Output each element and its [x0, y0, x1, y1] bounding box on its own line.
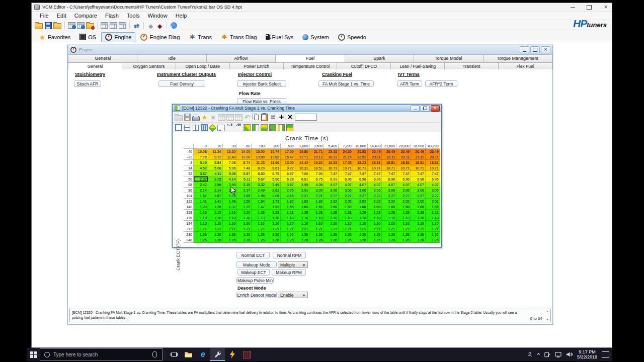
row-header[interactable]: 32 — [184, 171, 194, 176]
sync-icon[interactable] — [133, 22, 140, 30]
table-window-titlebar[interactable]: [ECM] 12320 - Cranking FA Mult Stage 1 v… — [173, 105, 441, 112]
table-cell[interactable]: 2.42 — [194, 182, 208, 188]
table-cell[interactable]: 1.15 — [208, 210, 223, 215]
table-cell[interactable]: 1.64 — [252, 199, 266, 204]
table-cell[interactable]: 1.68 — [426, 204, 440, 210]
table-cell[interactable]: 1.26 — [339, 237, 353, 243]
table-cell[interactable]: 1.26 — [426, 237, 440, 243]
table-cell[interactable]: 1.60 — [295, 204, 310, 210]
table-cell[interactable]: 6.96 — [426, 176, 440, 182]
column-header[interactable]: 1,800 — [295, 144, 310, 149]
table-cell[interactable]: 1.10 — [426, 215, 440, 221]
table-cell[interactable]: 1.68 — [324, 204, 339, 210]
table-icon[interactable] — [119, 22, 126, 30]
table-cell[interactable]: 10.71 — [353, 165, 368, 171]
column-header[interactable]: 36,000 — [411, 144, 426, 149]
row-header[interactable]: 86 — [184, 188, 194, 193]
row-header[interactable]: 122 — [184, 199, 194, 204]
tab-airflow[interactable]: Airflow — [207, 54, 276, 62]
table-cell[interactable]: 18.81 — [368, 160, 382, 165]
column-header[interactable]: 28,800 — [396, 144, 411, 149]
row-header[interactable]: 194 — [184, 221, 194, 226]
diamond-red-icon[interactable] — [156, 22, 164, 30]
menu-help[interactable]: Help — [172, 13, 191, 19]
table-cell[interactable]: 1.21 — [208, 226, 223, 232]
table-cell[interactable]: 2.49 — [252, 188, 266, 193]
table-cell[interactable]: 2.14 — [194, 188, 208, 193]
minimize-icon[interactable] — [570, 4, 576, 10]
table-cell[interactable]: 1.28 — [382, 210, 396, 215]
table-cell[interactable]: 1.10 — [266, 221, 281, 226]
eq-icon[interactable] — [269, 113, 277, 121]
save-icon[interactable] — [184, 113, 191, 121]
edge-button[interactable]: e — [196, 348, 210, 361]
table-cell[interactable]: 1.26 — [252, 232, 266, 237]
engine-minimize-icon[interactable] — [520, 46, 529, 53]
table-cell[interactable]: 2.21 — [295, 193, 310, 199]
undo-icon[interactable] — [244, 113, 251, 121]
table-cell[interactable]: 6.96 — [353, 176, 368, 182]
table-cell[interactable]: 1.21 — [223, 226, 237, 232]
table-cell[interactable]: 11.34 — [208, 149, 223, 154]
table-cell[interactable]: 7.47 — [426, 171, 440, 176]
column-header[interactable]: 30 — [223, 144, 237, 149]
table-cell[interactable]: 10.71 — [339, 165, 353, 171]
table-cell[interactable]: 1.10 — [208, 221, 223, 226]
table-cell[interactable]: 3.95 — [295, 182, 310, 188]
column-header[interactable]: 5,400 — [324, 144, 339, 149]
table-cell[interactable]: 23.11 — [411, 154, 426, 160]
table-cell[interactable]: 7.47 — [339, 171, 353, 176]
table-cell[interactable]: 1.28 — [411, 210, 426, 215]
column-header[interactable]: 10,800 — [353, 144, 368, 149]
table-cell[interactable]: 4.11 — [208, 171, 223, 176]
input-icon[interactable] — [295, 113, 317, 121]
table-cell[interactable]: 1.21 — [252, 226, 266, 232]
table-cell[interactable]: 1.10 — [324, 215, 339, 221]
table-cell[interactable]: 1.28 — [309, 210, 324, 215]
tablet-icon[interactable] — [544, 352, 550, 357]
nav-item-favorites[interactable]: Favorites — [35, 32, 74, 42]
table-cell[interactable]: 24.30 — [339, 149, 353, 154]
subtab-power-enrich[interactable]: Power Enrich — [230, 62, 284, 70]
table-cell[interactable]: 1.26 — [194, 237, 208, 243]
table-cell[interactable]: 26.49 — [396, 149, 411, 154]
table-cell[interactable]: 6.97 — [281, 171, 295, 176]
table-cell[interactable]: 10.08 — [194, 149, 208, 154]
enrich-desoot-mode-button[interactable]: Enrich Desoot Mode — [236, 292, 277, 298]
table-cell[interactable]: 2.27 — [339, 193, 353, 199]
table-cell[interactable]: 4.07 — [368, 182, 382, 188]
table-cell[interactable]: 5.11 — [237, 176, 252, 182]
tab-idle[interactable]: Idle — [137, 54, 206, 62]
table-cell[interactable]: 1.10 — [223, 215, 237, 221]
table-cell[interactable]: 1.41 — [194, 199, 208, 204]
table-cell[interactable]: 5.87 — [237, 171, 252, 176]
table-cell[interactable]: 2.02 — [396, 199, 411, 204]
tableinfo-icon[interactable] — [77, 22, 85, 30]
engine-maximize-icon[interactable] — [530, 46, 540, 53]
table-cell[interactable]: 5.84 — [208, 160, 223, 165]
table-cell[interactable]: 3.49 — [266, 182, 281, 188]
dec2-icon[interactable] — [234, 124, 242, 132]
table-cell[interactable]: 13.82 — [266, 154, 281, 160]
table-cell[interactable]: 4.07 — [353, 182, 368, 188]
table-cell[interactable]: 18.81 — [396, 160, 411, 165]
table-cell[interactable]: 1.10 — [426, 221, 440, 226]
table-cell[interactable]: 6.96 — [411, 176, 426, 182]
table-cell[interactable]: 2.62 — [266, 188, 281, 193]
tab-torque-management[interactable]: Torque Management — [484, 54, 552, 62]
nav-item-os[interactable]: OS — [75, 32, 100, 42]
table-cell[interactable]: 3.15 — [208, 176, 223, 182]
table-cell[interactable]: 1.26 — [295, 232, 310, 237]
taskbar-search-input[interactable]: Type here to search — [40, 348, 163, 360]
table-cell[interactable]: 1.26 — [426, 232, 440, 237]
table-cell[interactable]: 16.53 — [324, 160, 339, 165]
table-cell[interactable]: 1.21 — [266, 226, 281, 232]
table-cell[interactable]: 1.21 — [411, 226, 426, 232]
table-cell[interactable]: 2.16 — [281, 193, 295, 199]
row-header[interactable]: 14 — [184, 165, 194, 171]
table-cell[interactable]: 1.21 — [426, 226, 440, 232]
table-cell[interactable]: 4.07 — [339, 182, 353, 188]
table-cell[interactable]: 1.28 — [252, 210, 266, 215]
table-cell[interactable]: 1.68 — [339, 204, 353, 210]
table-cell[interactable]: 1.82 — [281, 199, 295, 204]
